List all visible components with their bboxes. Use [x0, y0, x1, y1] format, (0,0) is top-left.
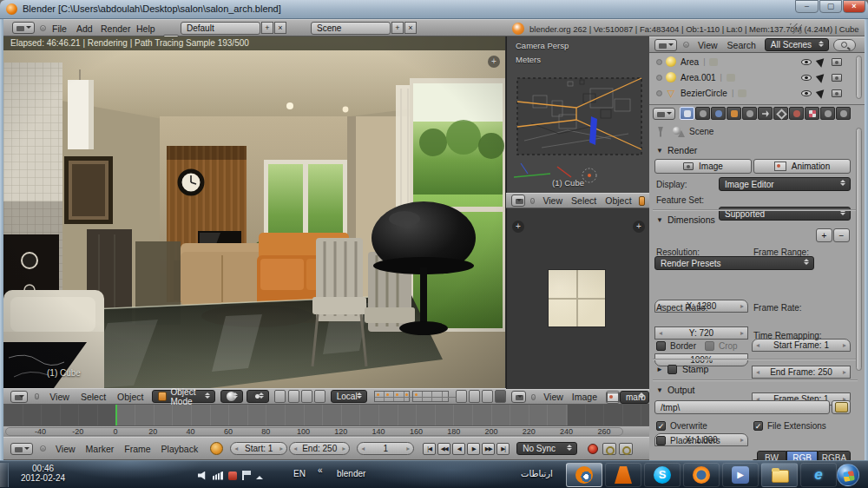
preset-add-button[interactable]: + — [816, 228, 832, 242]
image-name-field[interactable]: marb — [620, 391, 649, 404]
overwrite-checkbox[interactable]: ✓ — [656, 421, 666, 431]
output-path-field[interactable]: /tmp\ — [654, 400, 830, 414]
manipulator-rotate-icon[interactable] — [301, 390, 312, 403]
snap-element-icon[interactable] — [469, 390, 480, 403]
taskbar-app-blender[interactable] — [566, 463, 602, 487]
border-option[interactable]: Border — [656, 341, 696, 351]
add-layout-button[interactable]: + — [261, 22, 273, 34]
mode-select[interactable]: Object Mode — [152, 390, 215, 403]
render-presets-select[interactable]: Render Presets — [654, 256, 814, 270]
tab-object[interactable] — [727, 107, 741, 120]
camera-viewport[interactable]: Camera Persp Meters (1) Cube — [506, 36, 649, 193]
tab-particles[interactable] — [820, 107, 835, 120]
close-button[interactable]: × — [843, 0, 865, 13]
tab-constraints[interactable] — [742, 107, 757, 120]
taskbar-app-kmplayer[interactable]: ▶ — [722, 463, 759, 487]
snap-toggle-icon[interactable] — [274, 390, 286, 403]
view3d-menu-object[interactable]: Object — [117, 392, 143, 402]
dimensions-panel-header[interactable]: ▼ Dimensions — [656, 214, 715, 225]
menu-view[interactable]: View — [543, 392, 563, 402]
pin-icon[interactable] — [656, 127, 665, 137]
editor-type-info-icon[interactable] — [12, 22, 35, 34]
window-titlebar[interactable]: Blender [C:\Users\abdoulah\Desktop\salon… — [0, 0, 868, 19]
timeline-menu-playback[interactable]: Playback — [161, 444, 199, 454]
view3d-menu-select[interactable]: Select — [81, 392, 106, 402]
editor-type-timeline-icon[interactable] — [10, 443, 33, 455]
editor-type-3dview-icon[interactable] — [10, 391, 28, 403]
file-extensions-option[interactable]: ✓ File Extensions — [753, 421, 826, 431]
expand-toggle-icon[interactable] — [656, 90, 662, 96]
collapse-dot-icon[interactable] — [530, 198, 535, 204]
area-resize-grip[interactable] — [790, 23, 802, 34]
menu-render[interactable]: Render — [101, 23, 130, 34]
delete-layout-button[interactable]: × — [274, 22, 286, 34]
jump-to-start-button[interactable]: |◀ — [423, 443, 436, 455]
render-active-icon[interactable] — [495, 390, 506, 403]
end-frame-field[interactable]: ◂End: 250▸ — [289, 442, 350, 455]
current-frame-field[interactable]: ◂1▸ — [357, 442, 414, 455]
timeline-menu-marker[interactable]: Marker — [86, 444, 115, 454]
screen-layout-field[interactable]: Default — [181, 22, 260, 35]
taskbar-app-skype[interactable]: S — [644, 463, 681, 487]
editor-type-image-icon[interactable] — [511, 391, 526, 403]
play-button[interactable]: ▶ — [467, 443, 480, 455]
start-frame-field[interactable]: ◂Start Frame: 1▸ — [752, 339, 851, 352]
outliner-item-BezierCircle[interactable]: ▽BezierCircle| — [649, 85, 854, 101]
tab-object-data[interactable] — [773, 107, 788, 120]
end-frame-field[interactable]: ◂End Frame: 250▸ — [752, 366, 851, 379]
render-opengl-icon[interactable] — [482, 390, 493, 403]
previous-keyframe-button[interactable]: ◀◀ — [437, 443, 450, 455]
outliner-search-field[interactable] — [833, 39, 856, 51]
render-viewport[interactable]: Elapsed: 46:46.21 | Rendering | Path Tra… — [3, 36, 506, 388]
viewport-shading-select[interactable] — [220, 390, 243, 403]
browse-folder-button[interactable] — [832, 400, 851, 414]
properties-scrollbar[interactable] — [856, 128, 862, 371]
menu-file[interactable]: File — [52, 23, 67, 34]
delete-scene-button[interactable]: × — [404, 22, 417, 34]
outliner-item-Area[interactable]: Area| — [649, 54, 854, 69]
flag-icon[interactable] — [242, 471, 251, 480]
outliner-item-Area.001[interactable]: Area.001| — [649, 69, 854, 85]
toolbar-chevron[interactable]: « — [318, 465, 323, 475]
collapse-dot-icon[interactable] — [35, 393, 40, 399]
sync-select[interactable]: No Sync — [516, 442, 577, 455]
channels-rgb-button[interactable]: RGB — [786, 451, 818, 460]
crop-option[interactable]: Crop — [705, 341, 738, 351]
tab-material[interactable] — [789, 107, 804, 120]
manipulator-translate-icon[interactable] — [288, 390, 299, 403]
placeholders-option[interactable]: Placeholders — [656, 436, 720, 445]
collapse-dot-icon[interactable] — [40, 25, 46, 31]
output-panel-header[interactable]: ▼ Output — [656, 385, 694, 395]
transform-orientation-select[interactable]: Local — [331, 390, 367, 403]
preview-range-clock-icon[interactable] — [210, 442, 223, 455]
outliner-menu-view[interactable]: View — [698, 40, 718, 50]
image-editor[interactable]: + + — [506, 208, 649, 389]
tab-world[interactable] — [711, 107, 726, 120]
jump-to-end-button[interactable]: ▶| — [496, 443, 510, 455]
tab-render[interactable] — [680, 107, 694, 120]
collapse-dot-icon[interactable] — [683, 42, 689, 48]
panel-toggle-right-icon[interactable]: + — [633, 221, 645, 233]
action-center-icon[interactable] — [228, 472, 237, 480]
visibility-eye-icon[interactable] — [801, 90, 812, 96]
outliner-scrollbar[interactable] — [856, 56, 862, 99]
pivot-point-select[interactable] — [247, 390, 269, 403]
menu-help[interactable]: Help — [136, 23, 155, 34]
tab-modifiers[interactable] — [758, 107, 773, 120]
volume-icon[interactable] — [198, 472, 207, 480]
timeline-menu-frame[interactable]: Frame — [124, 444, 150, 454]
border-checkbox[interactable] — [656, 341, 666, 351]
visibility-eye-icon[interactable] — [801, 75, 812, 81]
tab-texture[interactable] — [805, 107, 819, 120]
layers-grid-2[interactable] — [412, 391, 449, 402]
breadcrumb-scene[interactable]: Scene — [689, 127, 713, 136]
start-frame-field[interactable]: ◂Start: 1▸ — [230, 442, 287, 455]
overwrite-option[interactable]: ✓ Overwrite — [656, 421, 707, 431]
links-toolbar-label[interactable]: ارتباطات — [521, 469, 553, 478]
selectability-cursor-icon[interactable] — [816, 87, 827, 98]
renderability-camera-icon[interactable] — [832, 89, 842, 97]
taskbar-app-vlc[interactable] — [605, 463, 641, 487]
crop-checkbox[interactable] — [705, 341, 714, 351]
object-mode-icon[interactable] — [639, 196, 645, 206]
collapse-dot-icon[interactable] — [531, 394, 536, 400]
